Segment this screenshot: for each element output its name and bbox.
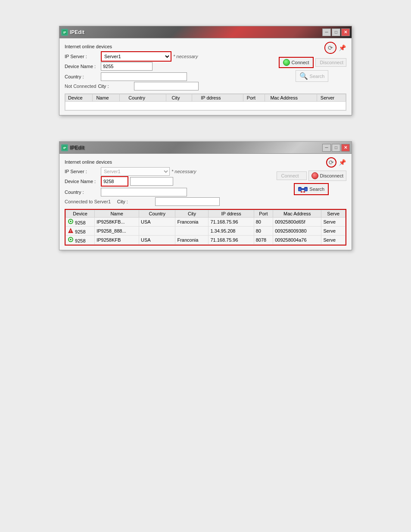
device-name-cell: IP9258KFB: [95, 236, 139, 245]
close-btn-2[interactable]: ✕: [341, 144, 350, 152]
device-name-label-1: Device Name :: [65, 64, 99, 69]
table-2-wrapper: Device Name Country City IP ddress Port …: [65, 209, 346, 246]
minimize-btn-1[interactable]: ─: [322, 28, 331, 36]
title-bar-1: IP IPEdit ─ □ ✕: [59, 26, 352, 38]
window-2-body: Internet online devices IP Server : Serv…: [59, 154, 352, 250]
th-city-1: City: [166, 94, 192, 102]
window-1-body: Internet online devices IP Server : Serv…: [59, 38, 352, 115]
binoculars-icon: [298, 185, 308, 193]
country-input-2[interactable]: [101, 188, 187, 196]
th-city-2: City: [175, 210, 209, 218]
device-name-highlight-2: [101, 176, 128, 187]
status-text-2: Connected to Server1: [65, 199, 111, 204]
server-cell: Serve: [321, 218, 346, 227]
country-cell: USA: [139, 218, 175, 227]
city-input-2[interactable]: [155, 197, 220, 206]
pin-icon-1[interactable]: 📌: [338, 44, 346, 52]
th-mac-2: Mac Address: [273, 210, 321, 218]
table-2-scroll[interactable]: Device Name Country City IP ddress Port …: [65, 210, 346, 245]
close-btn-1[interactable]: ✕: [341, 28, 350, 36]
minimize-btn-2[interactable]: ─: [322, 144, 331, 152]
connect-dot-1: [283, 59, 290, 66]
search-btn-1[interactable]: 🔍 Search: [296, 70, 329, 82]
search-icon-1: 🔍: [299, 72, 308, 80]
device-name-input-2[interactable]: [102, 177, 128, 186]
refresh-icon-1[interactable]: ⟳: [325, 43, 336, 53]
window-1: IP IPEdit ─ □ ✕ Internet online devices …: [59, 26, 352, 115]
table-row-2[interactable]: 9258 IP9258KFB USA Franconia 71.168.75.9…: [66, 236, 346, 245]
table-row-1[interactable]: ! 9258 IP9258_888... 1.34.95.208 80 0092…: [66, 227, 346, 236]
svg-point-7: [299, 188, 301, 191]
ip-cell: 1.34.95.208: [209, 227, 254, 236]
th-country-1: Country: [120, 94, 166, 102]
table-1-inner: Device Name Country City IP ddress Port …: [65, 94, 346, 110]
disconnect-btn-1[interactable]: Disconnect: [315, 58, 346, 67]
city-input-1[interactable]: [134, 82, 199, 90]
search-btn-2[interactable]: Search: [294, 183, 329, 195]
city-cell: [175, 227, 209, 236]
server-cell: Serve: [321, 227, 346, 236]
city-label-2: City :: [117, 199, 152, 204]
header-2: Internet online devices: [65, 159, 112, 165]
status-text-1: Not Connected: [65, 84, 96, 89]
th-name-1: Name: [93, 94, 120, 102]
connect-btn-2-inactive[interactable]: Connect: [277, 171, 307, 180]
maximize-btn-2[interactable]: □: [332, 144, 340, 152]
window-2-title: IPEdit: [70, 145, 84, 151]
th-ip-2: IP ddress: [209, 210, 254, 218]
app-icon-1: IP: [61, 29, 68, 36]
ip-server-label-1: IP Server :: [65, 54, 99, 59]
device-status-icon: !: [68, 227, 74, 233]
server-cell: Serve: [321, 236, 346, 245]
device-name-label-2: Device Name :: [65, 179, 99, 184]
necessary-1: * necessary: [173, 54, 198, 59]
ip-cell: 71.168.75.96: [209, 236, 254, 245]
port-cell: 8078: [254, 236, 273, 245]
device-name-extra-2[interactable]: [130, 177, 173, 186]
page-container: IP IPEdit ─ □ ✕ Internet online devices …: [0, 0, 411, 532]
svg-text:IP: IP: [63, 146, 66, 149]
mac-cell: 009258009380: [273, 227, 321, 236]
ip-server-select-2[interactable]: Server1: [101, 167, 170, 176]
country-input-1[interactable]: [101, 72, 187, 81]
country-label-1: Country :: [65, 74, 99, 79]
necessary-2: * necessary: [171, 169, 196, 174]
th-device-1: Device: [65, 94, 93, 102]
th-port-1: Port: [243, 94, 265, 102]
device-name-input-1[interactable]: [101, 62, 153, 71]
country-cell: USA: [139, 236, 175, 245]
ip-server-label-2: IP Server :: [65, 169, 99, 174]
table-row-empty-1: [65, 102, 346, 110]
right-buttons-2: ⟳ 📌 Connect Disconnect: [277, 157, 346, 195]
pin-icon-2[interactable]: 📌: [338, 158, 346, 167]
refresh-icon-2[interactable]: ⟳: [326, 157, 336, 168]
connect-btn-1[interactable]: Connect: [279, 57, 314, 68]
svg-text:!: !: [70, 229, 72, 233]
th-port-2: Port: [254, 210, 273, 218]
mac-cell: 009258004a76: [273, 236, 321, 245]
left-form-2: Internet online devices IP Server : Serv…: [65, 157, 273, 206]
ip-server-select-1[interactable]: Server1: [102, 52, 171, 61]
right-buttons-1: ⟳ 📌 Connect Disconnect: [277, 42, 346, 82]
title-bar-2: IP IPEdit ─ □ ✕: [59, 142, 352, 154]
th-name-2: Name: [95, 210, 139, 218]
svg-point-18: [70, 239, 72, 240]
city-cell: Franconia: [175, 236, 209, 245]
city-cell: Franconia: [175, 218, 209, 227]
disconnect-dot-2: [311, 172, 318, 179]
svg-point-8: [305, 188, 307, 191]
window-2: IP IPEdit ─ □ ✕ Internet online devices …: [59, 141, 352, 250]
maximize-btn-1[interactable]: □: [332, 28, 340, 36]
port-cell: 80: [254, 218, 273, 227]
svg-text:IP: IP: [63, 31, 66, 34]
left-form-1: Internet online devices IP Server : Serv…: [65, 42, 274, 91]
th-server-2: Serve: [321, 210, 346, 218]
table-row-0[interactable]: 9258 IP9258KFB... USA Franconia 71.168.7…: [66, 218, 346, 227]
disconnect-btn-2[interactable]: Disconnect: [308, 171, 346, 181]
city-label-1: City :: [98, 84, 132, 89]
device-status-icon: [68, 218, 74, 224]
device-name-cell: IP9258KFB...: [95, 218, 139, 227]
th-ip-1: IP ddress: [192, 94, 243, 102]
country-label-2: Country :: [65, 190, 99, 195]
device-id: 9258: [75, 220, 85, 225]
